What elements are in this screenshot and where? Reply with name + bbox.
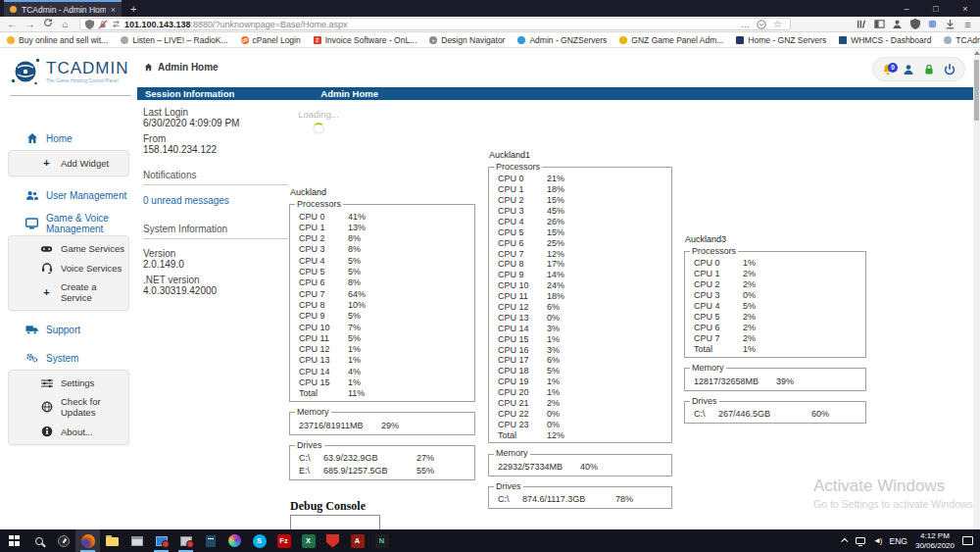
taskbar-file-explorer[interactable] [100, 529, 124, 552]
user-account-icon[interactable] [903, 64, 914, 75]
bookmark-item[interactable]: WHMCS - Dashboard [839, 35, 931, 45]
bookmark-favicon-icon [619, 36, 627, 44]
unread-messages-link[interactable]: 0 unread messages [143, 195, 288, 206]
sidebar-item-system[interactable]: System [0, 350, 137, 366]
logout-power-icon[interactable] [944, 64, 956, 75]
extension-icon[interactable] [925, 19, 940, 29]
insecure-lock-icon[interactable] [98, 20, 108, 29]
cpu-usage-value: 4% [348, 367, 361, 376]
server-title: Auckland1 [489, 150, 672, 160]
taskbar-paint-3d[interactable] [222, 529, 247, 552]
window-minimize-button[interactable]: – [892, 0, 921, 17]
forward-icon[interactable]: → [23, 18, 37, 31]
back-icon[interactable]: ← [5, 18, 20, 31]
speaker-icon[interactable]: ◄) [873, 536, 882, 545]
debug-console-input[interactable] [290, 515, 380, 529]
cpu-row: CPU 764% [290, 288, 474, 299]
sidebar-item-game-voice-management[interactable]: Game & Voice Management [0, 216, 137, 231]
download-icon[interactable] [943, 19, 957, 29]
new-tab-button[interactable]: + [122, 0, 145, 17]
taskbar-app-dark[interactable]: N [369, 529, 394, 552]
bookmark-favicon-icon [7, 36, 15, 44]
network-icon[interactable] [856, 537, 865, 544]
taskbar-start-button[interactable] [2, 529, 26, 552]
menu-icon[interactable]: ≡ [960, 19, 975, 30]
bookmark-item[interactable]: Home - GNZ Servers [736, 35, 826, 45]
app-dark-icon: N [375, 534, 389, 548]
library-icon[interactable] [855, 19, 869, 29]
tab-close-icon[interactable]: × [111, 5, 116, 15]
scrollbar-thumb[interactable] [974, 60, 979, 121]
taskbar-excel[interactable]: X [296, 529, 320, 552]
taskbar-remote-desktop[interactable] [149, 529, 173, 552]
taskbar-firefox[interactable] [75, 529, 100, 552]
bookmark-item[interactable]: Admin - GNZServers [517, 35, 607, 45]
taskbar-security-shield[interactable] [320, 529, 345, 552]
sidebar-item-game-services[interactable]: Game Services [9, 239, 128, 258]
bookmark-item[interactable]: GNZ Game Panel Adm... [619, 35, 723, 45]
sidebar-item-support[interactable]: Support [0, 322, 137, 337]
sidebar-toggle-icon[interactable] [872, 19, 887, 29]
breadcrumb-home-icon [144, 63, 153, 72]
cpu-usage-value: 1% [348, 344, 361, 354]
bookmark-star-icon[interactable]: ☆ [770, 19, 785, 29]
taskbar-skype[interactable]: S [247, 529, 271, 552]
sidebar-item-about[interactable]: About... [9, 422, 128, 441]
bookmark-item[interactable]: cPcPanel Login [241, 35, 301, 45]
tray-chevron-up-icon[interactable] [841, 538, 848, 545]
clock[interactable]: 4:12 PM 30/06/2020 [915, 531, 955, 551]
protection-shield-icon[interactable] [907, 19, 922, 29]
version-value: 2.0.149.0 [143, 259, 288, 270]
memory-value: 12817/32658MB [694, 376, 776, 386]
cpu-label: CPU 7 [299, 289, 348, 299]
sidebar-item-voice-services[interactable]: Voice Services [9, 258, 128, 277]
page-scrollbar[interactable] [973, 48, 980, 529]
cpu-usage-value: 12% [547, 430, 564, 440]
permissions-shield-icon[interactable] [85, 20, 94, 29]
cpu-label: CPU 1 [299, 223, 348, 232]
page-actions-icon[interactable]: … [738, 20, 753, 29]
pocket-icon[interactable] [757, 20, 766, 29]
tracking-protection-icon[interactable] [112, 20, 121, 28]
sidebar-item-settings[interactable]: Settings [9, 374, 128, 392]
bookmark-item[interactable]: TCAdmin - The Game ... [944, 35, 980, 45]
taskbar-app-window[interactable] [124, 529, 149, 552]
memory-percent: 40% [580, 462, 598, 472]
cpu-label: CPU 3 [498, 206, 547, 216]
lock-icon[interactable] [923, 64, 935, 75]
taskbar-app-window-badge[interactable] [173, 529, 198, 552]
taskbar-search-button[interactable] [26, 529, 51, 552]
sidebar-item-user-management[interactable]: User Management [0, 187, 137, 203]
url-bar[interactable]: 101.100.143.138:8880/?unknownpage=Base/H… [79, 18, 791, 30]
cpu-usage-value: 7% [348, 323, 361, 332]
tcadmin-logo[interactable]: TCADMIN The Game Hosting Control Panel [8, 53, 128, 90]
bookmark-item[interactable]: ZInvoice Software - OnL... [314, 35, 417, 45]
sidebar-item-create-a-service[interactable]: + Create a Service [9, 277, 128, 307]
breadcrumb[interactable]: Admin Home [144, 62, 219, 73]
bookmark-label: cPanel Login [253, 35, 301, 45]
browser-tab[interactable]: TCAdmin - Admin Home × [4, 0, 122, 17]
scrollbar-up-arrow-icon[interactable] [974, 51, 980, 55]
notifications-count-badge: 0 [888, 63, 898, 73]
bookmark-item[interactable]: Buy online and sell wit... [7, 35, 108, 45]
home-icon[interactable]: ⌂ [58, 18, 73, 31]
taskbar-acrobat-reader[interactable]: A [345, 529, 369, 552]
action-center-icon[interactable] [962, 536, 973, 545]
bookmark-item[interactable]: +Design Navigator [429, 35, 505, 45]
window-close-button[interactable]: × [951, 0, 980, 17]
cpu-row: CPU 163% [489, 344, 671, 355]
taskbar-filezilla[interactable]: Fz [271, 529, 296, 552]
reload-icon[interactable] [40, 18, 55, 31]
window-maximize-button[interactable]: □ [921, 0, 951, 17]
cpu-usage-value: 8% [348, 244, 361, 254]
taskbar-calculator[interactable] [198, 529, 222, 552]
taskbar-gauge-app[interactable] [51, 529, 75, 552]
sidebar-item-check-for-updates[interactable]: Check for Updates [9, 392, 128, 422]
sidebar-item-home[interactable]: Home [0, 130, 137, 146]
sidebar-item-add-widget[interactable]: + Add Widget [9, 154, 128, 173]
language-indicator[interactable]: ENG [890, 536, 907, 546]
account-icon[interactable] [890, 19, 905, 29]
page-title: Admin Home [320, 88, 378, 99]
notifications-bell-icon[interactable]: 0 [882, 64, 894, 75]
bookmark-item[interactable]: Listen – LIVE! – RadioK... [121, 35, 227, 45]
